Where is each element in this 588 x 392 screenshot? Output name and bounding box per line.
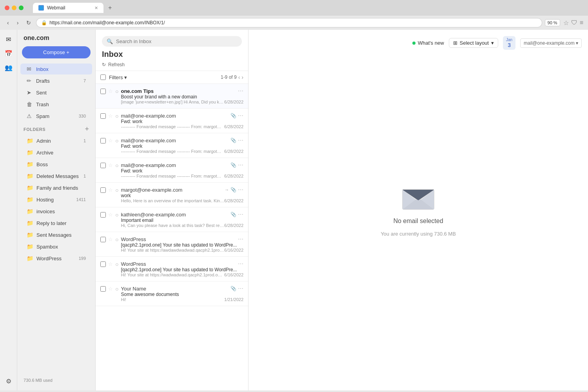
email-checkbox[interactable] [100,261,106,267]
email-checkbox[interactable] [100,187,106,193]
account-badge[interactable]: mail@one-example.com ▾ [520,38,582,48]
email-more-icon[interactable]: ⋯ [238,137,243,143]
folder-hosting[interactable]: 📁 Hosting 1411 [20,194,92,205]
active-tab[interactable]: 🌐 Webmail ✕ [33,3,103,13]
mail-icon-btn[interactable]: ✉ [2,33,15,45]
email-more-icon[interactable]: ⋯ [238,211,243,218]
email-star-icon[interactable]: ☆ [108,162,113,168]
email-more-icon[interactable]: ⋯ [238,285,243,292]
select-all-checkbox[interactable] [100,74,106,80]
folder-count-hosting: 1411 [76,197,86,202]
email-content: margot@one-example.com → 📎 ⋯ work Hello,… [121,187,243,203]
nav-item-sent[interactable]: ➤ Sent [20,87,92,98]
shield-icon: 🛡 [571,19,577,26]
browser-titlebar: 🌐 Webmail ✕ + [0,0,588,16]
email-subject: Boost your brand with a new domain [121,94,243,100]
add-folder-button[interactable]: + [85,125,89,133]
email-row[interactable]: ☆ ○ Your Name 📎 ⋯ Some awesome documents… [96,281,248,306]
folder-invoices[interactable]: 📁 invoices [20,206,92,217]
email-star-icon[interactable]: ☆ [108,187,113,193]
folder-reply-later[interactable]: 📁 Reply to later [20,218,92,229]
email-row[interactable]: ☆ ○ mail@one-example.com 📎 ⋯ Fwd: work -… [96,133,248,158]
folder-admin[interactable]: 📁 Admin 1 [20,135,92,146]
folder-archive[interactable]: 📁 Archive [20,147,92,158]
email-star-icon[interactable]: ☆ [108,261,113,267]
email-star-icon[interactable]: ☆ [108,88,113,94]
folder-deleted-messages[interactable]: 📁 Deleted Messages 1 [20,171,92,181]
browser-dots [5,5,24,10]
minimize-dot[interactable] [12,5,16,10]
select-layout-button[interactable]: ⊞ Select layout ▾ [449,38,498,48]
email-row[interactable]: ☆ ○ mail@one-example.com 📎 ⋯ Fwd: work -… [96,109,248,133]
folder-label-boss: Boss [36,162,86,167]
bookmark-icon[interactable]: ☆ [563,19,569,27]
address-bar[interactable]: 🔒 https://mail.one.com/mail@one-example.… [36,18,541,27]
whats-new-button[interactable]: What's new [412,40,444,46]
nav-item-trash[interactable]: 🗑 Trash [20,99,92,110]
tab-title: Webmail [47,5,65,11]
search-input[interactable] [116,38,237,44]
email-date: 6/16/2022 [224,272,243,277]
new-tab-button[interactable]: + [105,3,115,13]
date-badge: Jan 3 [503,36,515,50]
tab-close-button[interactable]: ✕ [94,5,98,11]
email-row[interactable]: ☆ ○ WordPress ⋯ [qacph2.1prod.one] Your … [96,257,248,281]
nav-label-drafts: Drafts [36,78,80,84]
email-star-icon[interactable]: ☆ [108,138,113,143]
email-star-icon[interactable]: ☆ [108,286,113,292]
nav-item-spam[interactable]: ⚠ Spam 330 [20,111,92,122]
calendar-icon-btn[interactable]: 📅 [2,47,15,60]
filters-button[interactable]: Filters ▾ [109,74,127,80]
refresh-button[interactable]: ↻ Refresh [102,62,242,67]
email-star-icon[interactable]: ☆ [108,113,113,119]
email-more-icon[interactable]: ⋯ [238,187,243,193]
email-row[interactable]: ☆ ○ margot@one-example.com → 📎 ⋯ work He… [96,183,248,207]
email-row[interactable]: ☆ ○ one.com Tips ⋯ Boost your brand with… [96,84,248,109]
email-row[interactable]: ☆ ○ mail@one-example.com 📎 ⋯ Fwd: work -… [96,158,248,183]
email-circle-icon: ○ [115,162,118,169]
folder-family-friends[interactable]: 📁 Family and friends [20,182,92,193]
folder-sent-messages[interactable]: 📁 Sent Messages [20,229,92,240]
email-content: kathleen@one-example.com 📎 ⋯ Important e… [121,211,243,228]
email-checkbox[interactable] [100,89,106,94]
prev-page-button[interactable]: ‹ [238,74,240,80]
email-from: Your Name [121,286,229,292]
email-more-icon[interactable]: ⋯ [238,162,243,168]
email-more-icon[interactable]: ⋯ [238,88,243,94]
close-dot[interactable] [5,5,9,10]
email-content: mail@one-example.com 📎 ⋯ Fwd: work -----… [121,137,243,154]
folder-boss[interactable]: 📁 Boss [20,159,92,170]
drafts-count: 7 [83,78,86,83]
email-star-icon[interactable]: ☆ [108,236,113,242]
nav-item-inbox[interactable]: ✉ Inbox [20,64,92,74]
menu-icon[interactable]: ≡ [580,19,583,26]
contacts-icon-btn[interactable]: 👥 [2,61,15,74]
email-checkbox[interactable] [100,286,106,292]
email-checkbox[interactable] [100,212,106,218]
email-star-icon[interactable]: ☆ [108,212,113,218]
compose-button[interactable]: Compose + [22,46,91,58]
folder-icon: 📁 [27,149,33,156]
back-button[interactable]: ‹ [5,18,11,27]
email-more-icon[interactable]: ⋯ [238,113,243,119]
email-checkbox[interactable] [100,163,106,168]
email-more-icon[interactable]: ⋯ [238,261,243,267]
settings-icon-btn[interactable]: ⚙ [2,375,15,387]
email-more-icon[interactable]: ⋯ [238,236,243,242]
folder-spambox[interactable]: 📁 Spambox [20,241,92,252]
whats-new-label: What's new [418,40,444,46]
email-preview: Hi! Your site at https://awdawdwadwad.qa… [121,248,224,252]
reload-button[interactable]: ↻ [24,18,33,27]
next-page-button[interactable]: › [241,74,243,80]
maximize-dot[interactable] [19,5,24,10]
forward-arrow-icon: → [225,187,229,192]
email-row[interactable]: ☆ ○ kathleen@one-example.com 📎 ⋯ Importa… [96,207,248,232]
folder-wordpress[interactable]: 📁 WordPress 199 [20,253,92,264]
email-checkbox[interactable] [100,113,106,119]
email-checkbox[interactable] [100,237,106,242]
forward-button[interactable]: › [15,18,21,27]
nav-item-drafts[interactable]: ✏ Drafts 7 [20,75,92,86]
email-checkbox[interactable] [100,138,106,143]
email-from: margot@one-example.com [121,187,223,193]
email-row[interactable]: ☆ ○ WordPress ⋯ [qacph2.1prod.one] Your … [96,232,248,257]
